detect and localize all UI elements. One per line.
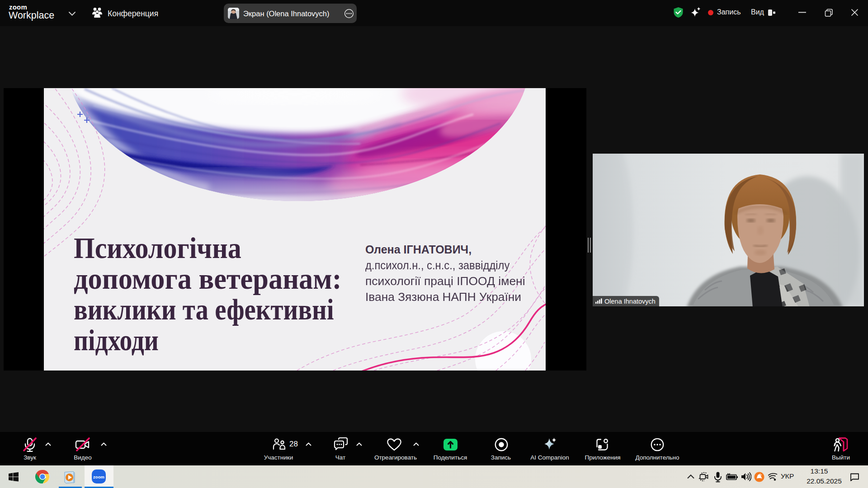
svg-text:zoom: zoom [93,474,104,479]
